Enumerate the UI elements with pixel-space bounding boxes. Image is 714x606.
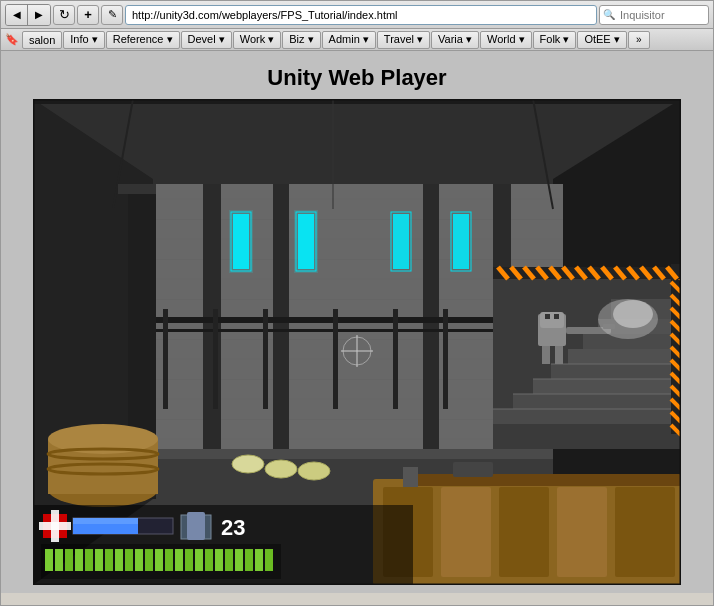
- svg-rect-131: [145, 549, 153, 571]
- svg-rect-28: [163, 309, 168, 409]
- svg-point-95: [232, 455, 264, 473]
- bookmark-otee[interactable]: OtEE ▾: [577, 31, 626, 49]
- game-canvas[interactable]: 23: [33, 99, 681, 585]
- reload-button[interactable]: ↻: [53, 5, 75, 25]
- bookmark-info[interactable]: Info ▾: [63, 31, 104, 49]
- svg-rect-142: [255, 549, 263, 571]
- svg-rect-133: [165, 549, 173, 571]
- svg-rect-103: [441, 487, 491, 577]
- svg-rect-88: [554, 314, 559, 319]
- bookmark-admin[interactable]: Admin ▾: [322, 31, 376, 49]
- svg-rect-106: [615, 487, 675, 577]
- svg-point-94: [613, 300, 653, 328]
- svg-rect-30: [263, 309, 268, 409]
- svg-rect-22: [203, 184, 221, 449]
- toolbar: ◀ ▶ ↻ + ✎ 🔍: [1, 1, 713, 29]
- edit-button[interactable]: ✎: [101, 5, 123, 25]
- svg-rect-86: [540, 312, 564, 328]
- svg-rect-124: [75, 549, 83, 571]
- svg-rect-130: [135, 549, 143, 571]
- svg-rect-44: [493, 409, 681, 424]
- svg-rect-135: [185, 549, 193, 571]
- svg-rect-105: [557, 487, 607, 577]
- svg-rect-29: [213, 309, 218, 409]
- game-scene: 23: [33, 99, 681, 585]
- svg-rect-24: [423, 184, 439, 449]
- forward-button[interactable]: ▶: [28, 5, 50, 25]
- search-wrapper: 🔍: [599, 5, 709, 25]
- svg-rect-46: [533, 379, 681, 394]
- svg-rect-31: [333, 309, 338, 409]
- svg-rect-127: [105, 549, 113, 571]
- bookmark-work[interactable]: Work ▾: [233, 31, 282, 49]
- more-bookmarks-button[interactable]: »: [628, 31, 650, 49]
- svg-rect-23: [273, 184, 289, 449]
- bookmark-world[interactable]: World ▾: [480, 31, 532, 49]
- nav-group: ◀ ▶: [5, 4, 51, 26]
- svg-rect-33: [443, 309, 448, 409]
- svg-rect-116: [73, 518, 138, 524]
- svg-rect-108: [403, 467, 418, 487]
- bookmark-varia[interactable]: Varia ▾: [431, 31, 479, 49]
- svg-rect-48: [568, 349, 681, 364]
- svg-point-97: [298, 462, 330, 480]
- svg-rect-132: [155, 549, 163, 571]
- bookmarks-bar: 🔖 salon Info ▾ Reference ▾ Devel ▾ Work …: [1, 29, 713, 51]
- bookmark-travel[interactable]: Travel ▾: [377, 31, 430, 49]
- new-tab-button[interactable]: +: [77, 5, 99, 25]
- svg-rect-136: [195, 549, 203, 571]
- bookmark-reference[interactable]: Reference ▾: [106, 31, 180, 49]
- svg-rect-91: [542, 346, 550, 364]
- svg-rect-128: [115, 549, 123, 571]
- back-button[interactable]: ◀: [6, 5, 28, 25]
- bookmark-salon[interactable]: salon: [22, 31, 62, 49]
- svg-rect-104: [499, 487, 549, 577]
- svg-rect-45: [513, 394, 681, 409]
- svg-rect-37: [118, 184, 156, 194]
- bookmark-biz[interactable]: Biz ▾: [282, 31, 320, 49]
- svg-rect-14: [229, 210, 253, 273]
- svg-rect-109: [453, 462, 493, 477]
- page-area: Unity Web Player: [1, 51, 713, 593]
- svg-rect-32: [393, 309, 398, 409]
- bookmark-devel[interactable]: Devel ▾: [181, 31, 232, 49]
- svg-rect-113: [39, 522, 71, 530]
- svg-rect-126: [95, 549, 103, 571]
- svg-point-96: [265, 460, 297, 478]
- svg-rect-134: [175, 549, 183, 571]
- svg-rect-125: [85, 549, 93, 571]
- url-bar[interactable]: [125, 5, 597, 25]
- svg-rect-129: [125, 549, 133, 571]
- svg-rect-139: [225, 549, 233, 571]
- svg-rect-121: [45, 549, 53, 571]
- bookmarks-icon: 🔖: [5, 33, 19, 46]
- svg-rect-20: [453, 214, 469, 269]
- svg-rect-140: [235, 549, 243, 571]
- browser-frame: ◀ ▶ ↻ + ✎ 🔍 🔖 salon Info ▾ Reference ▾ D…: [0, 0, 714, 606]
- svg-rect-122: [55, 549, 63, 571]
- svg-rect-141: [245, 549, 253, 571]
- svg-rect-47: [551, 364, 681, 379]
- svg-rect-18: [393, 214, 409, 269]
- svg-rect-118: [187, 512, 205, 540]
- page-title: Unity Web Player: [9, 59, 705, 99]
- bookmark-folk[interactable]: Folk ▾: [533, 31, 577, 49]
- svg-rect-143: [265, 549, 273, 571]
- search-input[interactable]: [599, 5, 709, 25]
- svg-rect-92: [555, 346, 563, 364]
- svg-rect-17: [294, 210, 318, 273]
- svg-text:23: 23: [221, 515, 245, 540]
- svg-rect-123: [65, 549, 73, 571]
- svg-rect-137: [205, 549, 213, 571]
- svg-rect-87: [545, 314, 550, 319]
- svg-rect-138: [215, 549, 223, 571]
